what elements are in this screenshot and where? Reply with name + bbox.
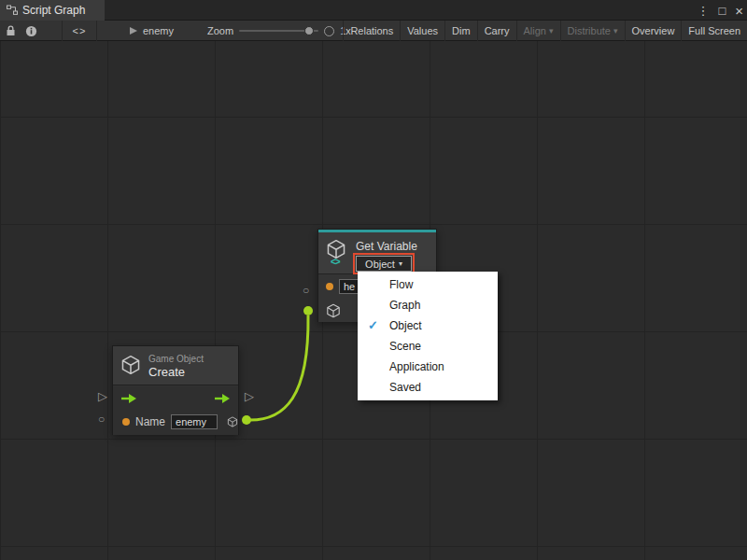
graph-breadcrumb-icon [129,26,138,35]
wire-start-port[interactable] [242,415,251,425]
maximize-icon[interactable]: □ [718,4,726,18]
string-port-dot-icon[interactable] [122,418,130,426]
string-port-dot-icon[interactable] [326,283,333,290]
align-button[interactable]: Align ▾ [516,21,560,41]
window-menu-icon[interactable]: ⋮ [697,4,709,18]
zoom-reset-icon[interactable] [324,26,334,36]
menu-item-label: Saved [389,381,421,394]
close-icon[interactable]: × [735,3,743,19]
variable-scope-dropdown[interactable]: Object ▾ [356,256,412,272]
chevron-down-icon: ▾ [549,26,554,35]
info-icon [25,25,37,37]
dim-button[interactable]: Dim [444,21,477,41]
menu-item-label: Scene [389,340,421,353]
chevron-down-icon: ▾ [399,259,402,268]
cube-icon [120,355,141,375]
menu-item-scene[interactable]: Scene [358,336,498,357]
code-preview-button[interactable]: <> [62,21,97,41]
lock-button[interactable] [0,21,21,41]
distribute-button[interactable]: Distribute ▾ [560,21,625,41]
values-button[interactable]: Values [400,21,444,41]
game-object-create-node[interactable]: Game Object Create Name [112,345,239,435]
flow-row [113,386,238,410]
unity-script-graph-window: <> Get Variable Object ▾ ○ Game Object C… [0,0,747,560]
button-label: Align [524,25,546,36]
menu-item-label: Flow [389,278,413,291]
variable-scope-menu: Flow Graph ✓ Object Scene Application Sa… [358,272,498,400]
script-graph-icon [7,5,18,16]
gameobject-port-cube-icon [326,303,341,318]
wire-end-port[interactable] [303,306,313,315]
name-label: Name [135,415,165,428]
get-variable-header[interactable]: <> Get Variable Object ▾ [318,232,436,274]
create-node-body: Name [113,386,238,435]
create-node-header[interactable]: Game Object Create [113,346,238,385]
graph-breadcrumb[interactable]: enemy [129,21,174,41]
name-row: Name [113,410,238,434]
full-screen-button[interactable]: Full Screen [681,21,747,41]
menu-item-application[interactable]: Application [358,357,498,377]
chevron-down-icon: ▾ [613,26,618,35]
button-label: Distribute [568,25,611,36]
flow-out-arrow-icon[interactable] [214,394,231,403]
scope-value: Object [365,259,395,270]
lock-icon [6,25,16,36]
tab-script-graph[interactable]: Script Graph [0,0,105,21]
menu-item-graph[interactable]: Graph [358,295,498,315]
info-button[interactable] [21,21,41,41]
button-label: Relations [350,25,393,36]
zoom-slider[interactable] [239,30,318,32]
node-title: Create [148,365,185,379]
flow-in-arrow-icon[interactable] [120,394,137,403]
menu-item-label: Application [389,360,444,373]
carry-button[interactable]: Carry [477,21,516,41]
button-label: Full Screen [688,25,740,36]
name-input[interactable] [171,414,218,429]
graph-toolbar: <> enemy Zoom 1x Relations Values Dim [0,21,747,41]
toolbar-right-group: Relations Values Dim Carry Align ▾ Distr… [343,21,747,41]
create-flow-out-port[interactable]: ▷ [245,391,254,402]
create-flow-in-port[interactable]: ▷ [98,391,107,402]
breadcrumb-label: enemy [143,25,174,36]
title-bar: Script Graph ⋮ □ × [0,0,747,21]
button-label: Overview [632,25,675,36]
window-controls: ⋮ □ × [697,0,743,21]
menu-item-object[interactable]: ✓ Object [358,315,498,336]
toolbar-left-group: <> [0,21,97,41]
button-label: Values [407,25,438,36]
node-title: Get Variable [356,240,417,253]
zoom-label: Zoom [207,25,233,36]
button-label: Dim [452,25,471,36]
overview-button[interactable]: Overview [625,21,682,41]
zoom-slider-knob[interactable] [304,26,314,35]
gameobject-output-cube-icon [227,414,238,429]
check-icon: ✓ [368,315,378,336]
menu-item-saved[interactable]: Saved [358,377,498,398]
tab-label: Script Graph [22,4,85,17]
code-glyph-icon: <> [331,257,340,267]
menu-item-flow[interactable]: Flow [358,274,498,295]
zoom-controls: Zoom 1x [207,21,351,41]
menu-item-label: Graph [389,299,420,312]
create-name-port[interactable]: ○ [98,413,105,425]
node-category: Game Object [148,354,204,364]
get-variable-name-port[interactable]: ○ [303,285,309,296]
relations-button[interactable]: Relations [343,21,400,41]
button-label: Carry [485,25,510,36]
menu-item-label: Object [389,319,422,332]
